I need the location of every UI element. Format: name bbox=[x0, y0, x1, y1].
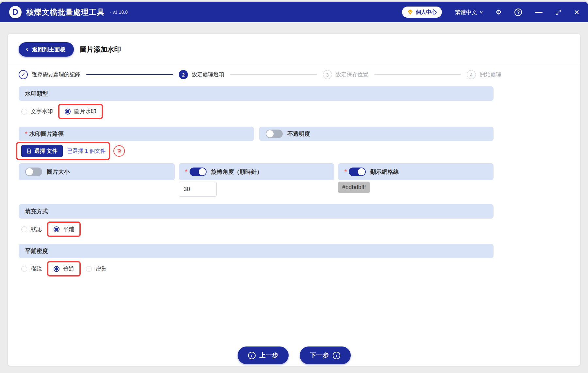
app-logo-icon: D bbox=[9, 6, 22, 18]
previous-step-label: 上一步 bbox=[260, 351, 278, 360]
step-2-processing-options: 2 設定處理選項 bbox=[179, 70, 224, 79]
radio-circle-icon bbox=[21, 226, 27, 232]
watermark-type-section-header: 水印類型 bbox=[19, 86, 494, 101]
radio-fill-default-label: 默認 bbox=[31, 225, 42, 233]
vip-gem-icon bbox=[407, 9, 413, 15]
step-4-number: 4 bbox=[467, 70, 476, 79]
watermark-image-path-label: 水印圖片路徑 bbox=[29, 130, 64, 138]
user-center-button[interactable]: 個人中心 bbox=[402, 7, 442, 18]
image-size-label: 圖片大小 bbox=[47, 168, 70, 176]
step-connector bbox=[374, 74, 461, 75]
selected-file-count: 已選擇 1 個文件 bbox=[67, 148, 106, 155]
choose-file-button[interactable]: 選擇 文件 bbox=[21, 145, 63, 157]
titlebar-right: 個人中心 繁體中文 ∨ ⚙ ? — ⤢ ✕ bbox=[402, 7, 580, 18]
circle-chevron-left-icon: ‹ bbox=[248, 352, 256, 359]
required-asterisk: * bbox=[25, 131, 27, 137]
image-size-card: 圖片大小 bbox=[19, 163, 175, 180]
next-step-label: 下一步 bbox=[310, 351, 329, 360]
radio-circle-icon bbox=[54, 226, 59, 232]
step-1-label: 選擇需要處理的記錄 bbox=[32, 71, 80, 78]
titlebar-left: D 核爍文檔批量處理工具 - v1.18.0 bbox=[9, 6, 127, 18]
file-plus-icon bbox=[26, 148, 31, 154]
watermark-image-path-header: * 水印圖片路徑 bbox=[19, 127, 254, 141]
step-2-label: 設定處理選項 bbox=[192, 71, 224, 78]
step-connector bbox=[230, 74, 317, 75]
radio-fill-default[interactable]: 默認 bbox=[21, 225, 42, 233]
next-step-button[interactable]: 下一步 › bbox=[300, 346, 351, 364]
file-selection-row: 選擇 文件 已選擇 1 個文件 bbox=[16, 142, 512, 160]
rotation-toggle[interactable] bbox=[190, 168, 207, 176]
opacity-toggle[interactable] bbox=[266, 130, 283, 138]
radio-text-watermark[interactable]: 文字水印 bbox=[21, 108, 53, 115]
step-indicator: ✓ 選擇需要處理的記錄 2 設定處理選項 3 設定保存位置 4 開始處理 bbox=[8, 64, 512, 85]
radio-image-watermark[interactable]: 圖片水印 bbox=[65, 108, 96, 115]
radio-fill-tile-label: 平鋪 bbox=[63, 225, 74, 233]
tile-density-section-header: 平鋪密度 bbox=[19, 244, 494, 258]
step-connector-done bbox=[86, 74, 173, 75]
opacity-card: 不透明度 bbox=[259, 127, 494, 141]
step-4-label: 開始處理 bbox=[480, 71, 501, 78]
radio-circle-icon bbox=[86, 266, 92, 272]
rotation-column: * 旋轉角度（順時針） bbox=[179, 163, 334, 197]
close-button[interactable]: ✕ bbox=[574, 9, 580, 16]
radio-density-sparse-label: 稀疏 bbox=[31, 265, 42, 273]
radio-fill-tile[interactable]: 平鋪 bbox=[54, 225, 74, 233]
trash-icon bbox=[116, 148, 122, 154]
radio-density-sparse[interactable]: 稀疏 bbox=[21, 265, 42, 273]
radio-density-dense-label: 密集 bbox=[95, 265, 107, 273]
gridline-card: * 顯示網格線 bbox=[338, 163, 494, 180]
watermark-type-title: 水印類型 bbox=[25, 90, 48, 98]
step-1-check-icon: ✓ bbox=[19, 70, 28, 79]
fill-mode-section-header: 填充方式 bbox=[19, 204, 494, 219]
path-opacity-row: * 水印圖片路徑 不透明度 bbox=[19, 127, 494, 141]
app-version: - v1.18.0 bbox=[110, 9, 127, 15]
titlebar: D 核爍文檔批量處理工具 - v1.18.0 個人中心 繁體中文 ∨ ⚙ ? — bbox=[0, 2, 588, 22]
settings-form: 水印類型 文字水印 圖片水印 * 水印圖片路徑 bbox=[8, 85, 512, 279]
choose-file-label: 選擇 文件 bbox=[34, 148, 58, 155]
chevron-down-icon: ∨ bbox=[479, 10, 483, 14]
gridline-column: * 顯示網格線 #bdbdbfff bbox=[338, 163, 494, 197]
language-selector[interactable]: 繁體中文 ∨ bbox=[455, 9, 483, 16]
radio-density-normal[interactable]: 普通 bbox=[54, 265, 74, 273]
wizard-footer: ‹ 上一步 下一步 › bbox=[8, 346, 580, 364]
radio-circle-icon bbox=[21, 266, 27, 272]
radio-image-watermark-label: 圖片水印 bbox=[74, 108, 96, 115]
delete-file-button[interactable] bbox=[113, 145, 125, 157]
rotation-angle-input[interactable] bbox=[179, 182, 217, 197]
toggle-cards-row: 圖片大小 * 旋轉角度（順時針） * 顯示網格線 bbox=[19, 163, 494, 197]
help-question-glyph: ? bbox=[514, 9, 522, 16]
gridline-toggle[interactable] bbox=[349, 168, 366, 176]
rotation-label: 旋轉角度（順時針） bbox=[211, 168, 263, 176]
previous-step-button[interactable]: ‹ 上一步 bbox=[238, 346, 289, 364]
step-2-number: 2 bbox=[179, 70, 188, 79]
tile-density-title: 平鋪密度 bbox=[25, 247, 48, 255]
highlight-box-normal: 普通 bbox=[47, 261, 81, 276]
help-icon[interactable]: ? bbox=[514, 9, 522, 16]
radio-density-dense[interactable]: 密集 bbox=[86, 265, 107, 273]
image-size-toggle[interactable] bbox=[25, 168, 42, 176]
highlight-box-tile: 平鋪 bbox=[47, 222, 81, 237]
back-to-dashboard-button[interactable]: ‹ 返回到主面板 bbox=[19, 42, 74, 57]
page-title: 圖片添加水印 bbox=[80, 45, 121, 54]
fill-mode-title: 填充方式 bbox=[25, 207, 48, 215]
step-4-start-processing: 4 開始處理 bbox=[467, 70, 501, 79]
step-3-save-location: 3 設定保存位置 bbox=[323, 70, 368, 79]
fill-mode-options: 默認 平鋪 bbox=[19, 219, 512, 240]
gridline-color-value[interactable]: #bdbdbfff bbox=[338, 182, 370, 193]
step-3-label: 設定保存位置 bbox=[336, 71, 368, 78]
required-asterisk: * bbox=[344, 169, 347, 175]
app-logo-letter: D bbox=[12, 8, 18, 17]
minimize-button[interactable]: — bbox=[535, 9, 542, 16]
image-size-column: 圖片大小 bbox=[19, 163, 175, 197]
back-button-label: 返回到主面板 bbox=[32, 46, 65, 53]
gridline-label: 顯示網格線 bbox=[370, 168, 399, 176]
rotation-card: * 旋轉角度（順時針） bbox=[179, 163, 334, 180]
circle-chevron-right-icon: › bbox=[333, 352, 340, 359]
maximize-button[interactable]: ⤢ bbox=[555, 9, 561, 15]
app-title: 核爍文檔批量處理工具 bbox=[26, 7, 105, 17]
tile-density-options: 稀疏 普通 密集 bbox=[19, 258, 512, 279]
page-header: ‹ 返回到主面板 圖片添加水印 bbox=[8, 34, 580, 64]
settings-gear-icon[interactable]: ⚙ bbox=[496, 9, 501, 15]
chevron-left-icon: ‹ bbox=[26, 45, 28, 53]
step-1-select-records: ✓ 選擇需要處理的記錄 bbox=[19, 70, 80, 79]
